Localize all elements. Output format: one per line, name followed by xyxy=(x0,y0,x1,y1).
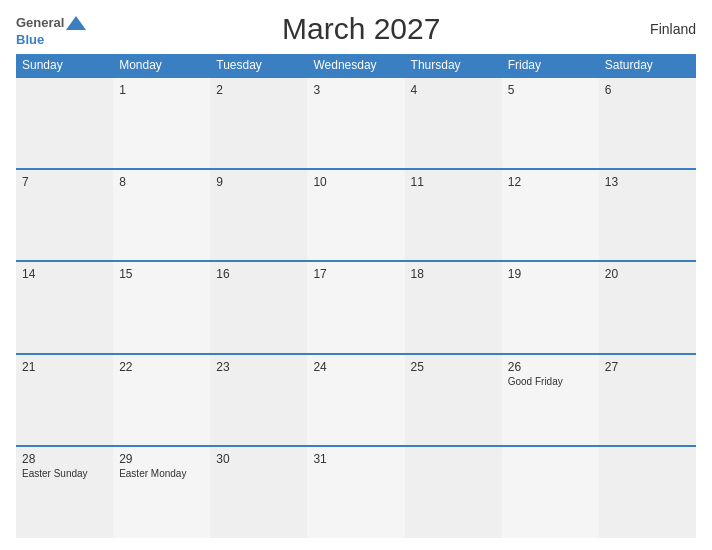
header-friday: Friday xyxy=(502,54,599,77)
logo-general-text: General xyxy=(16,16,64,29)
day-number: 1 xyxy=(119,83,204,97)
day-number: 25 xyxy=(411,360,496,374)
day-number: 11 xyxy=(411,175,496,189)
day-number: 17 xyxy=(313,267,398,281)
header-saturday: Saturday xyxy=(599,54,696,77)
cell-w1-d3: 2 xyxy=(210,77,307,169)
cell-w5-d1: 28Easter Sunday xyxy=(16,446,113,538)
cell-w3-d5: 18 xyxy=(405,261,502,353)
day-number: 12 xyxy=(508,175,593,189)
day-number: 19 xyxy=(508,267,593,281)
day-number: 5 xyxy=(508,83,593,97)
day-number: 8 xyxy=(119,175,204,189)
cell-w3-d1: 14 xyxy=(16,261,113,353)
day-number: 7 xyxy=(22,175,107,189)
cell-w5-d2: 29Easter Monday xyxy=(113,446,210,538)
day-number: 24 xyxy=(313,360,398,374)
cell-w5-d7 xyxy=(599,446,696,538)
cell-w1-d5: 4 xyxy=(405,77,502,169)
day-number: 6 xyxy=(605,83,690,97)
header-wednesday: Wednesday xyxy=(307,54,404,77)
holiday-label: Good Friday xyxy=(508,376,593,387)
cell-w5-d3: 30 xyxy=(210,446,307,538)
day-number: 14 xyxy=(22,267,107,281)
cell-w5-d6 xyxy=(502,446,599,538)
header-sunday: Sunday xyxy=(16,54,113,77)
cell-w1-d6: 5 xyxy=(502,77,599,169)
cell-w1-d4: 3 xyxy=(307,77,404,169)
day-number: 15 xyxy=(119,267,204,281)
calendar-title: March 2027 xyxy=(86,12,636,46)
logo: General Blue xyxy=(16,13,86,46)
cell-w4-d2: 22 xyxy=(113,354,210,446)
cell-w1-d7: 6 xyxy=(599,77,696,169)
svg-marker-0 xyxy=(66,16,86,30)
day-number: 20 xyxy=(605,267,690,281)
cell-w4-d7: 27 xyxy=(599,354,696,446)
logo-triangle-icon xyxy=(66,13,86,33)
day-number: 9 xyxy=(216,175,301,189)
cell-w4-d6: 26Good Friday xyxy=(502,354,599,446)
week-row-5: 28Easter Sunday29Easter Monday3031 xyxy=(16,446,696,538)
cell-w1-d2: 1 xyxy=(113,77,210,169)
day-number: 30 xyxy=(216,452,301,466)
cell-w4-d4: 24 xyxy=(307,354,404,446)
day-number: 3 xyxy=(313,83,398,97)
week-row-3: 14151617181920 xyxy=(16,261,696,353)
day-number: 28 xyxy=(22,452,107,466)
cell-w2-d5: 11 xyxy=(405,169,502,261)
day-number: 18 xyxy=(411,267,496,281)
day-number: 10 xyxy=(313,175,398,189)
cell-w3-d4: 17 xyxy=(307,261,404,353)
week-row-4: 212223242526Good Friday27 xyxy=(16,354,696,446)
day-number: 23 xyxy=(216,360,301,374)
day-number: 16 xyxy=(216,267,301,281)
cell-w1-d1 xyxy=(16,77,113,169)
calendar-table: Sunday Monday Tuesday Wednesday Thursday… xyxy=(16,54,696,538)
cell-w5-d4: 31 xyxy=(307,446,404,538)
cell-w4-d1: 21 xyxy=(16,354,113,446)
cell-w2-d2: 8 xyxy=(113,169,210,261)
day-header-row: Sunday Monday Tuesday Wednesday Thursday… xyxy=(16,54,696,77)
cell-w2-d1: 7 xyxy=(16,169,113,261)
day-number: 2 xyxy=(216,83,301,97)
week-row-1: 123456 xyxy=(16,77,696,169)
header-monday: Monday xyxy=(113,54,210,77)
holiday-label: Easter Sunday xyxy=(22,468,107,479)
cell-w2-d3: 9 xyxy=(210,169,307,261)
header-tuesday: Tuesday xyxy=(210,54,307,77)
cell-w3-d6: 19 xyxy=(502,261,599,353)
cell-w4-d5: 25 xyxy=(405,354,502,446)
cell-w3-d7: 20 xyxy=(599,261,696,353)
cell-w5-d5 xyxy=(405,446,502,538)
day-number: 26 xyxy=(508,360,593,374)
cell-w3-d2: 15 xyxy=(113,261,210,353)
day-number: 13 xyxy=(605,175,690,189)
cell-w3-d3: 16 xyxy=(210,261,307,353)
cell-w2-d6: 12 xyxy=(502,169,599,261)
holiday-label: Easter Monday xyxy=(119,468,204,479)
cell-w4-d3: 23 xyxy=(210,354,307,446)
day-number: 22 xyxy=(119,360,204,374)
week-row-2: 78910111213 xyxy=(16,169,696,261)
cell-w2-d7: 13 xyxy=(599,169,696,261)
day-number: 4 xyxy=(411,83,496,97)
country-label: Finland xyxy=(636,21,696,37)
logo-blue-text: Blue xyxy=(16,33,86,46)
day-number: 31 xyxy=(313,452,398,466)
day-number: 29 xyxy=(119,452,204,466)
cell-w2-d4: 10 xyxy=(307,169,404,261)
header: General Blue March 2027 Finland xyxy=(16,12,696,46)
day-number: 27 xyxy=(605,360,690,374)
day-number: 21 xyxy=(22,360,107,374)
calendar-page: General Blue March 2027 Finland Sunday M… xyxy=(0,0,712,550)
header-thursday: Thursday xyxy=(405,54,502,77)
